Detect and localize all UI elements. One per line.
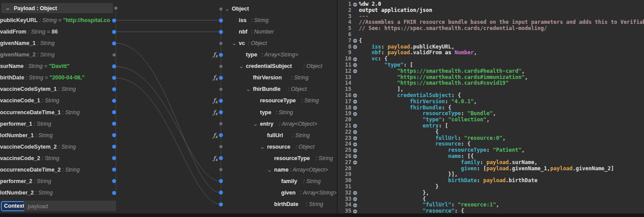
fold-marker-icon[interactable]	[353, 210, 357, 213]
code-line[interactable]: 7{	[338, 38, 644, 44]
fold-marker-icon[interactable]	[353, 100, 357, 104]
code-line[interactable]: 24 resource: {	[338, 141, 644, 147]
fold-marker-icon[interactable]	[353, 63, 357, 67]
connection-dot[interactable]	[219, 168, 222, 171]
code-line[interactable]: 10 vc: {	[338, 56, 644, 62]
output-field-row[interactable]: ⌄name : Array<Object>	[0, 166, 336, 174]
code-line[interactable]: 20 "type": "collection",	[338, 117, 644, 123]
fold-marker-icon[interactable]	[353, 94, 357, 97]
code-line[interactable]: 14 "https://smarthealth.cards#covid19"	[338, 80, 644, 86]
output-field-row[interactable]: ⌄Object	[0, 5, 336, 13]
output-field-row[interactable]: given : Array<String>	[0, 189, 336, 197]
connection-dot[interactable]	[219, 202, 223, 206]
fx-function-icon[interactable]: ƒx	[213, 74, 218, 82]
output-field-row[interactable]: ⌄fhirBundle : Object	[0, 85, 336, 93]
code-line[interactable]: 25 resourceType: "Patient",	[338, 147, 644, 153]
code-line[interactable]: 9 nbf: payload.validFrom as Number,	[338, 50, 644, 56]
output-field-row[interactable]: ⌄entry : Array<Object>	[0, 120, 336, 128]
output-field-row[interactable]: ⌄vc : Object	[0, 39, 336, 47]
connection-dot[interactable]	[219, 133, 223, 137]
code-line[interactable]: 8 iss: payload.publicKeyURL,	[338, 44, 644, 50]
code-line[interactable]: 12 "https://smarthealth.cards#health-car…	[338, 68, 644, 75]
connection-dot[interactable]	[219, 65, 222, 68]
code-line[interactable]: 5// See: https://spec.smarthealth.cards/…	[338, 26, 644, 32]
fold-marker-icon[interactable]	[353, 124, 357, 128]
connection-dot[interactable]	[219, 53, 223, 57]
code-line[interactable]: 31 }	[338, 184, 644, 190]
chevron-down-icon[interactable]: ⌄	[267, 166, 272, 174]
fold-marker-icon[interactable]	[353, 191, 357, 195]
connection-dot[interactable]	[219, 156, 223, 160]
chevron-down-icon[interactable]: ⌄	[239, 62, 244, 70]
connection-dot[interactable]	[219, 76, 223, 80]
code-line[interactable]: 32 },	[338, 190, 644, 196]
connection-dot[interactable]	[219, 19, 223, 22]
output-field-row[interactable]: iss : String	[0, 16, 336, 24]
fold-marker-icon[interactable]	[353, 149, 357, 153]
fold-marker-icon[interactable]	[353, 142, 357, 146]
code-line[interactable]: 35 "resource": {	[338, 208, 644, 213]
fold-marker-icon[interactable]	[353, 45, 357, 49]
code-line[interactable]: 34 "fullUrl": "resource:1",	[338, 202, 644, 208]
code-line[interactable]: 30 birthDate: payload.birthDate	[338, 178, 644, 184]
fold-marker-icon[interactable]	[353, 161, 357, 165]
output-field-row[interactable]: type : Array<String>ƒx	[0, 51, 336, 59]
output-field-row[interactable]: fhirVersion : Stringƒx	[0, 74, 336, 82]
connection-dot[interactable]	[219, 88, 222, 91]
code-line[interactable]: 11 "type": [	[338, 62, 644, 68]
chevron-down-icon[interactable]: ⌄	[225, 5, 230, 13]
fold-marker-icon[interactable]	[353, 136, 357, 140]
code-line[interactable]: 16 credentialSubject: {	[338, 93, 644, 99]
code-line[interactable]: 1%dw 2.0	[338, 1, 644, 7]
code-line[interactable]: 4//Assembles a FHIR resource bundle base…	[338, 19, 644, 26]
code-line[interactable]: 18 fhirBundle: {	[338, 105, 644, 111]
output-field-row[interactable]: resourceType : Stringƒx	[0, 154, 336, 162]
chevron-down-icon[interactable]: ⌄	[232, 39, 237, 47]
output-field-row[interactable]: ⌄resource : Object	[0, 143, 336, 151]
code-line[interactable]: 21 entry: [	[338, 123, 644, 129]
fold-marker-icon[interactable]	[353, 69, 357, 73]
code-line[interactable]: 19 resourceType: "Bundle",	[338, 111, 644, 117]
fx-function-icon[interactable]: ƒx	[213, 131, 218, 139]
connection-dot[interactable]	[219, 145, 222, 148]
connection-dot[interactable]	[219, 110, 223, 114]
fold-marker-icon[interactable]	[353, 3, 357, 7]
dataweave-code-editor[interactable]: 1%dw 2.02output application/json3---4//A…	[337, 0, 644, 213]
connection-dot[interactable]	[219, 7, 222, 11]
code-line[interactable]: 28 given: [payload.givenName_1,payload.g…	[338, 166, 644, 172]
connection-dot[interactable]	[219, 30, 223, 34]
fx-function-icon[interactable]: ƒx	[213, 108, 218, 116]
fold-marker-icon[interactable]	[353, 154, 357, 158]
code-line[interactable]: 3---	[338, 14, 644, 20]
code-line[interactable]: 23 fullUrl: "resource:0",	[338, 135, 644, 142]
code-line[interactable]: 17 fhirVersion: "4.0.1",	[338, 99, 644, 105]
connection-dot[interactable]	[219, 42, 222, 45]
output-field-row[interactable]: birthDate : String	[0, 200, 336, 208]
code-line[interactable]: 2output application/json	[338, 7, 644, 14]
code-line[interactable]: 27 family: payload.surName,	[338, 160, 644, 166]
code-line[interactable]: 13 "https://smarthealth.cards#immunizati…	[338, 75, 644, 81]
fold-marker-icon[interactable]	[353, 112, 357, 116]
fold-marker-icon[interactable]	[353, 106, 357, 110]
connection-dot[interactable]	[219, 122, 222, 125]
code-line[interactable]: 6	[338, 32, 644, 38]
chevron-down-icon[interactable]: ⌄	[253, 120, 258, 128]
code-line[interactable]: 22 {	[338, 129, 644, 135]
fx-function-icon[interactable]: ƒx	[213, 51, 218, 59]
output-field-row[interactable]: ⌄credentialSubject : Object	[0, 62, 336, 70]
connection-dot[interactable]	[219, 179, 223, 183]
fold-marker-icon[interactable]	[353, 203, 357, 207]
fx-function-icon[interactable]: ƒx	[213, 97, 218, 105]
output-field-row[interactable]: family : String	[0, 177, 336, 185]
connection-dot[interactable]	[219, 191, 223, 195]
fold-marker-icon[interactable]	[353, 130, 357, 134]
code-line[interactable]: 15 ],	[338, 86, 644, 93]
output-field-row[interactable]: resourceType : Stringƒx	[0, 97, 336, 105]
fold-marker-icon[interactable]	[353, 57, 357, 61]
fold-marker-icon[interactable]	[353, 39, 357, 43]
output-field-row[interactable]: type : Stringƒx	[0, 108, 336, 116]
chevron-down-icon[interactable]: ⌄	[246, 85, 251, 93]
fold-marker-icon[interactable]	[353, 197, 357, 201]
code-line[interactable]: 26 name: [{	[338, 153, 644, 160]
code-line[interactable]: 29 }],	[338, 172, 644, 178]
